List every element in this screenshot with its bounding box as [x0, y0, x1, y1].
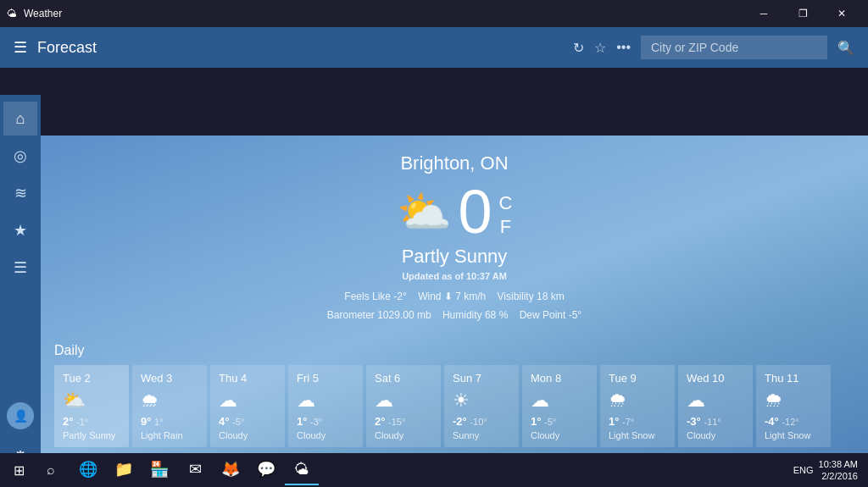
sidebar-item-home[interactable]: ⌂ [3, 102, 37, 136]
daily-forecast-card[interactable]: Fri 5 ☁ 1° -3° Cloudy [288, 365, 363, 447]
daily-forecast-card[interactable]: Mon 8 ☁ 1° -5° Cloudy [522, 365, 597, 447]
day-high: 2° [375, 415, 385, 428]
day-temps: 2° -15° [375, 415, 432, 428]
wind-info: Wind ⬇ 7 km/h [418, 291, 486, 302]
taskbar-app-edge[interactable]: 🌐 [71, 455, 105, 485]
taskbar-clock: 10:38 AM 2/2/2016 [819, 458, 858, 483]
temperature-value: 0 [459, 181, 492, 242]
close-button[interactable]: ✕ [822, 0, 861, 27]
day-high: 1° [297, 415, 307, 428]
day-icon: ☁ [219, 390, 276, 412]
day-name: Fri 5 [297, 372, 354, 385]
taskbar-app-mail[interactable]: ✉ [178, 455, 212, 485]
day-condition: Light Snow [765, 430, 822, 440]
day-temps: -4° -12° [765, 415, 822, 428]
daily-forecast-card[interactable]: Wed 10 ☁ -3° -11° Cloudy [678, 365, 753, 447]
day-name: Wed 3 [141, 372, 198, 385]
taskbar-apps: 🌐 📁 🏪 ✉ 🦊 💬 🌤 [71, 455, 319, 485]
day-icon: ☁ [531, 390, 588, 412]
daily-forecast-card[interactable]: Sun 7 ☀ -2° -10° Sunny [444, 365, 519, 447]
taskbar-app-skype[interactable]: 💬 [249, 455, 283, 485]
daily-forecast-card[interactable]: Sat 6 ☁ 2° -15° Cloudy [366, 365, 441, 447]
unit-f: F [499, 216, 513, 238]
day-condition: Cloudy [297, 430, 354, 440]
day-temps: 1° -5° [531, 415, 588, 428]
day-condition: Cloudy [375, 430, 432, 440]
app-title: Weather [24, 8, 62, 19]
taskbar-search[interactable]: ⌕ [36, 455, 66, 485]
app-icon: 🌤 [7, 8, 17, 19]
sidebar: ⌂ ◎ ≋ ★ ☰ 👤 ⚙ [0, 95, 41, 480]
dew-point-info: Dew Point -5° [520, 309, 582, 321]
weather-details: Feels Like -2° Wind ⬇ 7 km/h Visibility … [58, 288, 851, 324]
window-controls: ─ ❐ ✕ [744, 0, 861, 27]
hamburger-icon[interactable]: ☰ [14, 38, 27, 57]
favorite-icon[interactable]: ☆ [594, 40, 606, 56]
day-condition: Cloudy [687, 430, 744, 440]
day-name: Tue 2 [63, 372, 120, 385]
search-icon[interactable]: 🔍 [837, 40, 854, 56]
day-icon: 🌨 [765, 390, 822, 412]
day-high: -2° [453, 415, 467, 428]
day-low: -5° [232, 417, 244, 427]
daily-forecast-card[interactable]: Tue 2 ⛅ 2° -1° Partly Sunny [54, 365, 129, 447]
daily-forecast-grid: Tue 2 ⛅ 2° -1° Partly Sunny Wed 3 🌧 9° 1… [41, 365, 868, 447]
start-button[interactable]: ⊞ [3, 455, 34, 485]
day-condition: Light Rain [141, 430, 198, 440]
daily-forecast-card[interactable]: Tue 9 🌨 1° -7° Light Snow [600, 365, 675, 447]
taskbar-lang: ENG [793, 465, 814, 475]
day-temps: 1° -7° [609, 415, 666, 428]
taskbar-app-firefox[interactable]: 🦊 [214, 455, 248, 485]
day-high: 1° [609, 415, 619, 428]
day-condition: Cloudy [531, 430, 588, 440]
title-bar: 🌤 Weather ─ ❐ ✕ [0, 0, 868, 27]
day-temps: 1° -3° [297, 415, 354, 428]
day-low: -7° [622, 417, 634, 427]
unit-c: C [499, 192, 513, 214]
refresh-icon[interactable]: ↻ [573, 40, 584, 56]
condition-text: Partly Sunny [58, 246, 851, 268]
day-icon: 🌧 [141, 390, 198, 412]
taskbar: ⊞ ⌕ 🌐 📁 🏪 ✉ 🦊 💬 🌤 ENG 10:38 AM 2/2/2016 [0, 453, 868, 487]
avatar[interactable]: 👤 [7, 402, 34, 429]
taskbar-app-store[interactable]: 🏪 [142, 455, 176, 485]
sidebar-item-list[interactable]: ≋ [3, 176, 37, 210]
sidebar-item-favorites[interactable]: ★ [3, 213, 37, 247]
day-name: Wed 10 [687, 372, 744, 385]
daily-section-title: Daily [41, 333, 868, 365]
search-input[interactable] [641, 36, 827, 59]
city-name: Brighton, ON [58, 152, 851, 174]
sidebar-item-news[interactable]: ◎ [3, 139, 37, 173]
minimize-button[interactable]: ─ [744, 0, 783, 27]
more-icon[interactable]: ••• [616, 40, 631, 55]
maximize-button[interactable]: ❐ [783, 0, 822, 27]
humidity-info: Humidity 68 % [442, 309, 508, 321]
day-icon: ☀ [453, 390, 510, 412]
daily-forecast-card[interactable]: Wed 3 🌧 9° 1° Light Rain [132, 365, 207, 447]
topbar-title: Forecast [37, 39, 563, 57]
day-name: Mon 8 [531, 372, 588, 385]
taskbar-system-tray: ENG 10:38 AM 2/2/2016 [793, 458, 865, 483]
day-low: -15° [388, 417, 405, 427]
day-condition: Partly Sunny [63, 430, 120, 440]
daily-forecast-card[interactable]: Thu 11 🌨 -4° -12° Light Snow [756, 365, 831, 447]
updated-text: Updated as of 10:37 AM [58, 271, 851, 281]
taskbar-app-explorer[interactable]: 📁 [107, 455, 141, 485]
day-name: Thu 4 [219, 372, 276, 385]
day-name: Thu 11 [765, 372, 822, 385]
taskbar-app-weather[interactable]: 🌤 [285, 455, 319, 485]
sidebar-item-maps[interactable]: ☰ [3, 251, 37, 285]
temperature-unit: C F [499, 192, 513, 238]
day-temps: 4° -5° [219, 415, 276, 428]
day-icon: ☁ [297, 390, 354, 412]
day-icon: ⛅ [63, 390, 120, 412]
day-high: 2° [63, 415, 73, 428]
main-content: Brighton, ON ⛅ 0 C F Partly Sunny Update… [41, 136, 868, 480]
day-high: 1° [531, 415, 541, 428]
daily-forecast-card[interactable]: Thu 4 ☁ 4° -5° Cloudy [210, 365, 285, 447]
visibility-info: Visibility 18 km [498, 291, 565, 302]
day-high: 4° [219, 415, 229, 428]
day-condition: Sunny [453, 430, 510, 440]
day-temps: 9° 1° [141, 415, 198, 428]
day-condition: Light Snow [609, 430, 666, 440]
